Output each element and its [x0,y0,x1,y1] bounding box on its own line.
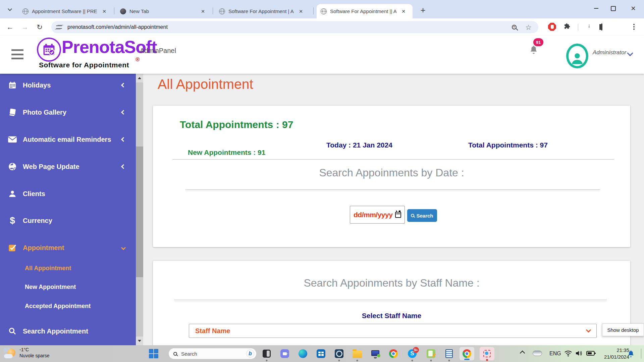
language-indicator[interactable]: ENG [549,351,561,357]
date-input[interactable]: dd/mm/yyyy [350,206,405,224]
side-panel-icon[interactable] [601,24,602,30]
tab-2[interactable]: New Tab [116,4,211,18]
taskbar-clock[interactable]: 21:35 21/01/2024 [600,347,629,360]
sidebar-subitem-all-appointment[interactable]: All Appointment [25,261,71,275]
chrome-active-window-icon[interactable] [460,347,474,360]
browser-menu-kebab-icon[interactable] [633,24,635,30]
scroll-up-arrow[interactable] [136,74,143,82]
window-close-button[interactable] [627,3,640,14]
url-text[interactable]: prenotasoft.com/en/admin/all-appointment [67,24,512,30]
sidebar-scrollbar[interactable] [136,74,143,345]
sidebar-item-clients[interactable]: Clients [0,186,136,202]
bookmark-star-icon[interactable] [525,24,532,31]
chevron-left-icon [121,110,126,115]
book-icon [7,108,17,117]
sidebar-subitem-new-appointment[interactable]: New Appointment [25,280,76,294]
forward-button[interactable]: → [19,22,30,33]
cloud-icon [4,354,13,358]
sidebar-item-search-appointment[interactable]: Search Appointment [0,323,136,339]
tab-close-icon[interactable] [400,8,407,15]
staff-name-select[interactable]: Staff Name [189,324,597,338]
edge-browser-icon[interactable] [297,348,309,359]
site-settings-icon[interactable] [56,25,62,29]
scroll-down-arrow[interactable] [136,337,143,345]
notes-app-icon[interactable] [443,348,455,359]
sidebar-item-label: Search Appointment [23,327,88,335]
extensions-puzzle-icon[interactable] [564,23,570,31]
sidebar-item-appointment[interactable]: Appointment [0,240,136,256]
weather-temperature[interactable]: -1°C [19,347,29,352]
window-minimize-button[interactable] [589,3,603,14]
windows-start-button[interactable] [149,349,158,358]
browser-toolbar: ← → ↻ prenotasoft.com/en/admin/all-appoi… [0,18,644,36]
tab-3[interactable]: Software For Appointment | Ad [215,4,312,18]
hamburger-menu-icon[interactable] [11,49,23,59]
tab-1[interactable]: Appointment Software || PRENO [18,4,112,18]
prenotasoft-logo-icon[interactable] [37,38,61,62]
microsoft-store-icon[interactable] [315,348,327,359]
tray-chevron-up-icon[interactable] [520,351,525,356]
search-by-date-heading: Search Appoinments by Date : [153,167,630,179]
tab-close-icon[interactable] [199,8,207,15]
address-bar[interactable]: prenotasoft.com/en/admin/all-appointment [51,21,538,33]
chat-icon[interactable] [279,348,290,359]
page-title: All Appointment [158,76,253,92]
wifi-icon[interactable] [564,350,572,358]
weather-description[interactable]: Nuvole sparse [19,353,50,358]
adblock-extension-icon[interactable] [548,23,556,31]
notification-bell-icon[interactable]: 91 [529,44,539,55]
photos-app-icon[interactable] [333,348,345,359]
search-by-staff-heading: Search Appoinments by Staff Name : [153,277,630,289]
dollar-icon: $ [7,215,17,226]
sidebar-subitem-accepted-appointment[interactable]: Accepted Appointment [25,299,91,313]
bing-icon[interactable] [246,350,254,358]
calendar-picker-icon[interactable] [395,212,401,218]
tab-close-icon[interactable] [297,8,305,15]
show-desktop-edge[interactable] [641,349,641,359]
sidebar-item-holidays[interactable]: Holidays [0,77,136,93]
sidebar-item-label: Automatic email Reminders [23,136,111,143]
date-search-card: Total Appointments : 97 Today : 21 Jan 2… [153,106,630,247]
search-button-label: Search [416,213,433,219]
sidebar-item-web-page-update[interactable]: Web Page Update [0,159,136,175]
skype-icon[interactable]: 9+ [407,348,418,359]
sidebar-item-photo-gallery[interactable]: Photo Gallery [0,104,136,120]
zoom-icon[interactable] [512,25,517,29]
tab-search-caret-icon[interactable] [4,4,15,15]
remote-desktop-icon[interactable] [370,348,381,359]
onedrive-cloud-icon[interactable] [533,351,542,356]
tab-4-active[interactable]: Software For Appointment || All [317,4,413,18]
snipping-tool-icon[interactable] [480,347,494,360]
notepad-plus-icon[interactable] [425,348,437,359]
volume-icon[interactable] [575,350,583,358]
chrome-icon[interactable] [388,348,399,359]
battery-icon[interactable] [586,351,596,357]
tab-close-icon[interactable] [101,8,108,15]
reload-button[interactable]: ↻ [34,22,45,33]
date-input-value: dd/mm/yyyy [354,211,392,219]
staff-select-value: Staff Name [195,327,230,335]
user-avatar[interactable] [566,44,588,68]
taskbar-search-box[interactable]: Search [168,348,257,359]
divider [185,189,600,190]
sidebar-item-currency[interactable]: $ Currency [0,213,136,229]
file-explorer-icon[interactable] [352,348,363,359]
back-button[interactable]: ← [5,22,15,33]
task-view-icon[interactable] [261,348,272,359]
weather-widget[interactable] [3,347,18,361]
tab-title: New Tab [129,8,149,14]
calendar-logo-icon [42,42,56,57]
notification-center-bell-icon[interactable] [627,349,635,359]
sidebar-item-label: Clients [23,190,45,198]
chevron-down-icon [121,245,126,250]
tab-title: Software For Appointment | Ad [228,8,294,14]
sidebar-subitem-label: Accepted Appointment [25,303,91,310]
globe-icon [7,162,17,171]
sidebar-item-email-reminders[interactable]: Automatic email Reminders [0,131,136,147]
window-restore-button[interactable] [606,3,620,14]
new-tab-button[interactable] [418,5,428,15]
globe-favicon-icon [219,8,225,14]
toolbar-divider [578,24,578,31]
search-button[interactable]: Search [407,209,437,222]
scrollbar-thumb[interactable] [136,146,143,277]
